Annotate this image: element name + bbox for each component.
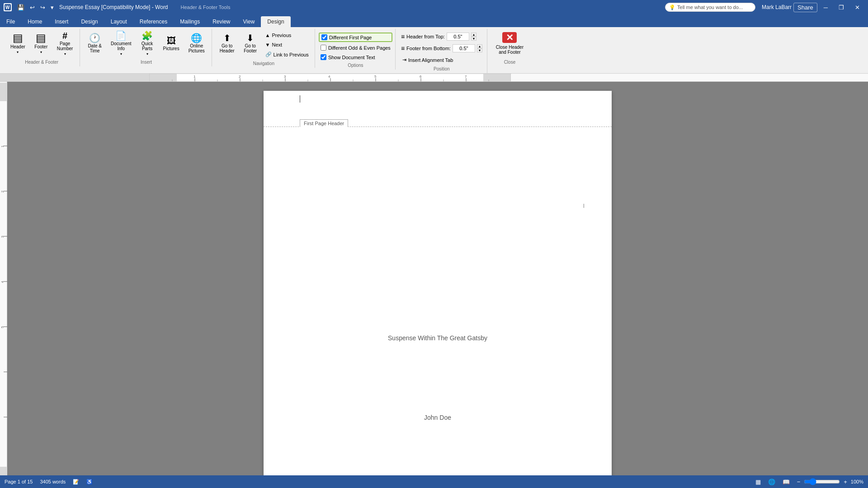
tab-view[interactable]: View xyxy=(237,16,261,27)
svg-rect-25 xyxy=(0,83,7,101)
group-insert: 🕐 Date & Time 📄 Document Info ▾ 🧩 Quick … xyxy=(81,29,212,66)
header-top-spinner[interactable]: ▲ ▼ xyxy=(471,33,476,41)
ruler-main: 1 2 3 4 5 6 7 xyxy=(149,74,511,82)
tab-home[interactable]: Home xyxy=(21,16,48,27)
svg-text:5: 5 xyxy=(0,326,5,328)
pictures-button[interactable]: 🖼 Pictures xyxy=(159,29,184,58)
footer-from-bottom-input[interactable] xyxy=(453,44,475,52)
different-odd-even-checkbox[interactable] xyxy=(321,45,326,51)
group-navigation: ⬆ Go to Header ⬇ Go to Footer ▲ Previous… xyxy=(213,29,315,68)
different-first-page-checkbox[interactable] xyxy=(321,34,327,40)
tab-mailings[interactable]: Mailings xyxy=(174,16,206,27)
footer-button[interactable]: ▤ Footer ▾ xyxy=(30,29,52,58)
vertical-ruler: 1 2 3 4 5 xyxy=(0,82,7,481)
tab-review[interactable]: Review xyxy=(206,16,236,27)
print-layout-view-button[interactable]: ▦ xyxy=(754,478,763,486)
document-title: Suspense Essay [Compatibility Mode] - Wo… xyxy=(59,4,168,10)
footer-bottom-up[interactable]: ▲ xyxy=(477,44,482,48)
svg-text:6: 6 xyxy=(420,75,422,79)
footer-bottom-spinner[interactable]: ▲ ▼ xyxy=(477,44,482,52)
share-button[interactable]: Share xyxy=(793,3,817,12)
online-pictures-button[interactable]: 🌐 Online Pictures xyxy=(184,29,209,58)
tab-layout[interactable]: Layout xyxy=(104,16,133,27)
goto-header-button[interactable]: ⬆ Go to Header xyxy=(216,29,239,58)
goto-footer-button[interactable]: ⬇ Go to Footer xyxy=(240,29,261,58)
document-page[interactable]: First Page Header Suspense Within The Gr… xyxy=(264,91,612,481)
footer-dropdown-icon: ▾ xyxy=(40,50,42,54)
vertical-ruler-ticks: 1 2 3 4 5 xyxy=(0,83,7,481)
document-title-text: Suspense Within The Great Gatsby xyxy=(388,334,487,342)
insert-alignment-tab-label: Insert Alignment Tab xyxy=(408,57,453,63)
different-first-page-option[interactable]: Different First Page xyxy=(319,33,392,42)
header-top-icon: ≡ xyxy=(401,33,405,40)
header-top-down[interactable]: ▼ xyxy=(471,37,476,41)
date-time-button[interactable]: 🕐 Date & Time xyxy=(84,29,106,58)
footer-bottom-down[interactable]: ▼ xyxy=(477,48,482,52)
ruler-left-margin xyxy=(0,74,149,82)
nav-items: ⬆ Go to Header ⬇ Go to Footer ▲ Previous… xyxy=(216,29,312,59)
save-button[interactable]: 💾 xyxy=(15,3,26,12)
tell-me-placeholder: Tell me what you want to do... xyxy=(677,5,743,10)
zoom-controls: − + 100% xyxy=(795,478,863,486)
quick-parts-button[interactable]: 🧩 Quick Parts ▾ xyxy=(137,29,158,58)
insert-alignment-tab-button[interactable]: ⇥ Insert Alignment Tab xyxy=(399,55,484,65)
read-mode-button[interactable]: 📖 xyxy=(781,478,792,486)
document-info-button[interactable]: 📄 Document Info ▾ xyxy=(107,29,136,58)
restore-button[interactable]: ❐ xyxy=(834,2,849,13)
web-layout-view-button[interactable]: 🌐 xyxy=(766,478,777,486)
hf-group-label: Header & Footer xyxy=(25,58,58,65)
options-group-label: Options xyxy=(348,61,363,68)
page-header-area[interactable]: First Page Header xyxy=(264,91,612,127)
next-button[interactable]: ▼ Next xyxy=(262,40,312,49)
word-icon: W xyxy=(4,3,12,11)
tell-me-bar[interactable]: 💡 Tell me what you want to do... xyxy=(665,3,755,12)
page-number-button[interactable]: # Page Number ▾ xyxy=(53,29,77,58)
header-from-top-label: Header from Top: xyxy=(406,34,445,39)
zoom-out-button[interactable]: − xyxy=(795,478,802,486)
tab-design-hf[interactable]: Design xyxy=(261,16,290,27)
close-group-label: Close xyxy=(504,58,516,65)
position-group-label: Position xyxy=(434,65,450,71)
header-from-top-field: ≡ Header from Top: ▲ ▼ xyxy=(399,32,484,42)
header-button[interactable]: ▤ Header ▾ xyxy=(6,29,29,58)
zoom-slider[interactable] xyxy=(804,478,840,485)
document-author-text: John Doe xyxy=(424,414,451,421)
close-items: ✕ Close Header and Footer xyxy=(491,29,528,58)
nav-column: ▲ Previous ▼ Next 🔗 Link to Previous xyxy=(262,29,312,59)
header-dropdown-icon: ▾ xyxy=(17,50,19,54)
undo-button[interactable]: ↩ xyxy=(28,3,37,12)
navigation-group-label: Navigation xyxy=(253,59,274,66)
goto-header-icon: ⬆ xyxy=(223,33,231,42)
header-top-up[interactable]: ▲ xyxy=(471,33,476,37)
redo-button[interactable]: ↪ xyxy=(38,3,47,12)
svg-text:2: 2 xyxy=(239,75,241,79)
title-bar-left: W 💾 ↩ ↪ ▾ Suspense Essay [Compatibility … xyxy=(4,3,230,12)
page-number-dropdown-icon: ▾ xyxy=(64,52,66,56)
show-document-text-option[interactable]: Show Document Text xyxy=(319,53,392,61)
previous-button[interactable]: ▲ Previous xyxy=(262,31,312,40)
insert-items: 🕐 Date & Time 📄 Document Info ▾ 🧩 Quick … xyxy=(84,29,208,58)
footer-from-bottom-field: ≡ Footer from Bottom: ▲ ▼ xyxy=(399,43,484,53)
group-position: ≡ Header from Top: ▲ ▼ ≡ Footer from Bot… xyxy=(396,29,487,73)
link-to-previous-button[interactable]: 🔗 Link to Previous xyxy=(262,50,312,59)
zoom-in-button[interactable]: + xyxy=(842,478,849,486)
tab-file[interactable]: File xyxy=(0,16,21,27)
tab-insert[interactable]: Insert xyxy=(48,16,75,27)
window-close-button[interactable]: ✕ xyxy=(850,2,864,13)
close-header-footer-button[interactable]: ✕ Close Header and Footer xyxy=(491,29,528,58)
close-header-red-icon: ✕ xyxy=(502,32,517,43)
header-from-top-input[interactable] xyxy=(447,33,469,41)
tab-references[interactable]: References xyxy=(133,16,174,27)
different-odd-even-option[interactable]: Different Odd & Even Pages xyxy=(319,44,392,52)
svg-text:5: 5 xyxy=(374,75,377,79)
show-document-text-checkbox[interactable] xyxy=(321,54,326,60)
goto-footer-label: Go to Footer xyxy=(244,43,257,53)
customize-button[interactable]: ▾ xyxy=(49,3,56,12)
minimize-button[interactable]: ─ xyxy=(819,2,832,13)
ribbon-content: ▤ Header ▾ ▤ Footer ▾ # Page Number ▾ He… xyxy=(4,29,864,73)
group-header-footer: ▤ Header ▾ ▤ Footer ▾ # Page Number ▾ He… xyxy=(4,29,80,66)
different-first-page-label: Different First Page xyxy=(329,35,372,40)
svg-text:4: 4 xyxy=(328,75,330,79)
tab-design[interactable]: Design xyxy=(75,16,104,27)
ribbon: ▤ Header ▾ ▤ Footer ▾ # Page Number ▾ He… xyxy=(0,27,868,74)
